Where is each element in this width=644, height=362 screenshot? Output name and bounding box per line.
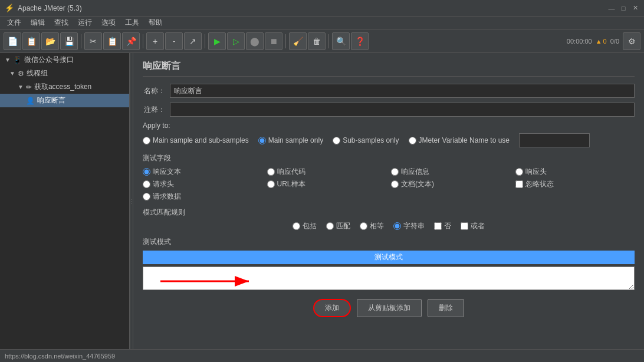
- menu-help[interactable]: 帮助: [144, 17, 167, 29]
- sidebar-item-assertion[interactable]: 👤 响应断言: [0, 94, 129, 107]
- match-equals[interactable]: 相等: [360, 221, 384, 231]
- match-or[interactable]: 或者: [461, 221, 485, 231]
- cb-or[interactable]: [461, 222, 468, 230]
- field-doc-text-label: 文档(文本): [401, 179, 434, 189]
- toolbar-save[interactable]: 💾: [60, 32, 78, 50]
- toolbar-question[interactable]: ❓: [351, 32, 369, 50]
- radio-main-sub[interactable]: [143, 137, 150, 144]
- cb-ignore-status[interactable]: [515, 180, 523, 188]
- toolbar-clear1[interactable]: 🧹: [289, 32, 307, 50]
- radio-main-only[interactable]: [258, 137, 266, 144]
- toolbar-time: 00:00:00: [567, 38, 592, 45]
- match-contains[interactable]: 包括: [293, 221, 317, 231]
- radio-request-header[interactable]: [143, 180, 150, 188]
- sidebar-item-gettoken[interactable]: ▼ ✏ 获取access_token: [0, 80, 129, 94]
- toolbar-paste[interactable]: 📌: [122, 32, 140, 50]
- comment-label: 注释：: [143, 105, 165, 115]
- apply-jmeter-var[interactable]: JMeter Variable Name to use: [409, 136, 510, 144]
- sidebar-item-threadgroup[interactable]: ▼ ⚙ 线程组: [0, 67, 129, 80]
- add-from-clipboard-button[interactable]: 从剪贴板添加: [357, 299, 422, 317]
- cb-not[interactable]: [434, 222, 442, 230]
- match-matches-label: 匹配: [336, 221, 350, 231]
- match-or-label: 或者: [471, 221, 485, 231]
- radio-response-header[interactable]: [515, 168, 523, 176]
- gettoken-icon: ✏: [26, 83, 32, 91]
- test-pattern-input[interactable]: [143, 266, 635, 290]
- toolbar-expand[interactable]: +: [146, 32, 164, 50]
- menu-edit[interactable]: 编辑: [26, 17, 50, 29]
- jmeter-var-input[interactable]: [519, 133, 590, 147]
- minimize-button[interactable]: —: [607, 4, 616, 12]
- field-request-header-label: 请求头: [153, 179, 174, 189]
- arrow-icon: ▼: [5, 57, 11, 63]
- field-response-msg[interactable]: 响应信息: [391, 167, 511, 177]
- radio-response-msg[interactable]: [391, 168, 399, 176]
- radio-matches[interactable]: [326, 222, 334, 230]
- radio-doc-text[interactable]: [391, 180, 399, 188]
- apply-main-sub[interactable]: Main sample and sub-samples: [143, 136, 249, 144]
- field-response-text[interactable]: 响应文本: [143, 167, 262, 177]
- apply-main-only[interactable]: Main sample only: [258, 136, 323, 144]
- menu-find[interactable]: 查找: [50, 17, 73, 29]
- menu-options[interactable]: 选项: [97, 17, 120, 29]
- field-response-code-label: 响应代码: [277, 167, 305, 177]
- close-button[interactable]: ✕: [631, 4, 639, 12]
- field-response-header[interactable]: 响应头: [515, 167, 635, 177]
- toolbar-cut[interactable]: ✂: [84, 32, 102, 50]
- sidebar-label-assertion: 响应断言: [37, 96, 65, 106]
- field-doc-text[interactable]: 文档(文本): [391, 179, 511, 189]
- field-response-code[interactable]: 响应代码: [267, 167, 387, 177]
- field-url-sample[interactable]: URL样本: [267, 179, 387, 189]
- radio-jmeter-var[interactable]: [409, 137, 416, 144]
- toolbar-startnopauses[interactable]: ▷: [227, 32, 245, 50]
- field-ignore-status[interactable]: 忽略状态: [515, 179, 635, 189]
- maximize-button[interactable]: □: [619, 4, 627, 12]
- test-fields-label: 测试字段: [143, 153, 635, 163]
- toolbar-remote[interactable]: ↗: [184, 32, 202, 50]
- field-url-sample-label: URL样本: [277, 179, 305, 189]
- comment-row: 注释：: [143, 103, 635, 117]
- name-input[interactable]: [170, 84, 635, 98]
- radio-request-data[interactable]: [143, 193, 150, 200]
- match-matches[interactable]: 匹配: [326, 221, 350, 231]
- toolbar-collapse[interactable]: -: [165, 32, 183, 50]
- radio-url-sample[interactable]: [267, 180, 275, 188]
- menu-file[interactable]: 文件: [2, 17, 26, 29]
- toolbar-stop[interactable]: ⬤: [246, 32, 264, 50]
- toolbar-settings[interactable]: ⚙: [623, 32, 640, 50]
- arrow-icon: ▼: [18, 84, 24, 90]
- radio-string[interactable]: [393, 222, 401, 230]
- field-request-data[interactable]: 请求数据: [143, 192, 262, 202]
- radio-response-text[interactable]: [143, 168, 150, 176]
- toolbar-start[interactable]: ▶: [208, 32, 226, 50]
- menu-tools[interactable]: 工具: [120, 17, 144, 29]
- toolbar-templates[interactable]: 📋: [22, 32, 40, 50]
- delete-button[interactable]: 删除: [428, 299, 464, 317]
- radio-response-code[interactable]: [267, 168, 275, 176]
- radio-contains[interactable]: [293, 222, 300, 230]
- assertion-icon: 👤: [26, 97, 35, 105]
- field-request-header[interactable]: 请求头: [143, 179, 262, 189]
- main-layout: ▼ 📱 微信公众号接口 ▼ ⚙ 线程组 ▼ ✏ 获取access_token 👤…: [0, 53, 644, 349]
- comment-input[interactable]: [170, 103, 635, 117]
- apply-to-group: Main sample and sub-samples Main sample …: [143, 133, 635, 147]
- toolbar-copy[interactable]: 📋: [103, 32, 121, 50]
- match-string[interactable]: 字符串: [393, 221, 425, 231]
- apply-sub-only[interactable]: Sub-samples only: [333, 136, 399, 144]
- match-not[interactable]: 否: [434, 221, 451, 231]
- menu-run[interactable]: 运行: [73, 17, 97, 29]
- sidebar-item-wechat[interactable]: ▼ 📱 微信公众号接口: [0, 53, 129, 67]
- toolbar-new[interactable]: 📄: [4, 32, 21, 50]
- add-button[interactable]: 添加: [313, 299, 351, 317]
- radio-sub-only[interactable]: [333, 137, 340, 144]
- wechat-icon: 📱: [13, 56, 22, 64]
- arrow-icon: ▼: [9, 70, 15, 77]
- match-rules-group: 包括 匹配 相等 字符串 否 或者: [143, 221, 635, 231]
- toolbar-shutdown[interactable]: ⏹: [265, 32, 282, 50]
- toolbar-clear2[interactable]: 🗑: [308, 32, 326, 50]
- radio-equals[interactable]: [360, 222, 367, 230]
- toolbar-open[interactable]: 📂: [41, 32, 59, 50]
- button-row: 添加 从剪贴板添加 删除: [143, 299, 635, 317]
- status-bar: https://blog.csdn.net/weixin_44765959: [0, 349, 644, 362]
- toolbar-search[interactable]: 🔍: [332, 32, 350, 50]
